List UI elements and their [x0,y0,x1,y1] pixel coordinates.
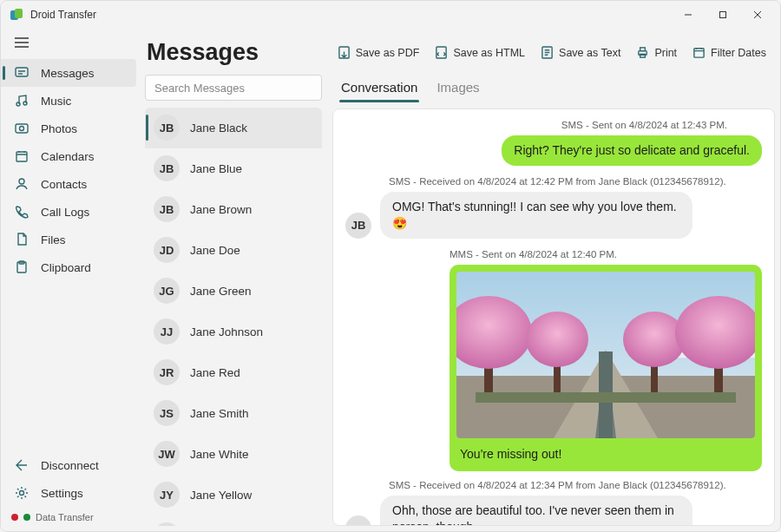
nav-label: Contacts [41,178,87,191]
nav-files[interactable]: Files [1,226,136,253]
message-meta: SMS - Received on 4/8/2024 at 12:34 PM f… [345,480,762,490]
svg-rect-9 [16,68,28,76]
contact-row[interactable]: JDJane Doe [145,230,322,271]
contacts-icon [15,177,29,191]
avatar: JB [345,213,371,239]
disconnect-icon [15,458,29,472]
svg-point-18 [20,491,24,496]
avatar: JR [154,359,180,385]
svg-rect-3 [720,12,726,18]
nav-label: Music [41,95,71,108]
save-pdf-button[interactable]: Save as PDF [338,46,420,59]
nav-label: Clipboard [41,261,91,274]
app-title: Droid Transfer [30,9,671,21]
contact-row[interactable]: JGJane Green [145,271,322,312]
nav-clipboard[interactable]: Clipboard [1,253,136,281]
avatar: JB [154,155,180,181]
contact-row[interactable]: JJJane Johnson [145,312,322,352]
nav-label: Files [41,233,66,246]
avatar: JB [154,196,180,222]
avatar: JY [154,482,180,508]
message-row: Right? They're just so delicate and grac… [345,135,762,166]
title-bar: Droid Transfer [1,1,780,29]
avatar: JD [154,237,180,263]
avatar: JS [154,400,180,426]
conversation-list-panel: JBJane BlackJBJane BlueJBJane BrownJDJan… [145,75,322,526]
tab-conversation[interactable]: Conversation [339,76,419,102]
nav-messages[interactable]: Messages [1,59,136,87]
search-input[interactable] [145,75,322,101]
nav-disconnect[interactable]: Disconnect [1,451,136,479]
calendar-icon [15,149,29,163]
contact-name: Jane Black [190,122,247,135]
avatar: JW [154,441,180,467]
contact-row[interactable]: JBJane Black [145,108,322,148]
contact-row[interactable]: JBJane Brown [145,189,322,230]
save-html-button[interactable]: Save as HTML [435,46,525,59]
print-button[interactable]: Print [636,46,677,59]
svg-rect-23 [640,48,646,51]
nav-items: Messages Music Photos Calendars Contacts… [1,59,136,448]
print-icon [636,46,649,59]
nav-music[interactable]: Music [1,87,136,115]
contact-name: Jane White [190,448,249,461]
hamburger-button[interactable] [1,29,136,59]
avatar: JJ [154,319,180,345]
contact-row[interactable]: JWJane White [145,434,322,475]
contact-row[interactable]: JSJane Smith [145,393,322,434]
contact-list[interactable]: JBJane BlackJBJane BlueJBJane BrownJDJan… [145,108,322,526]
nav-contacts[interactable]: Contacts [1,170,136,198]
tab-images[interactable]: Images [435,76,481,102]
toolbar: Save as PDF Save as HTML Save as Text Pr… [338,46,766,59]
message-row: JB Ohh, those are beautiful too. I've ne… [345,496,762,526]
message-bubble: Right? They're just so delicate and grac… [502,135,762,166]
status-dot-green [23,514,30,521]
svg-point-15 [19,179,24,184]
svg-rect-20 [436,47,446,58]
avatar: JB [154,115,180,141]
contact-name: Jane Smith [190,407,249,420]
sidebar: Messages Music Photos Calendars Contacts… [1,29,136,531]
contact-row[interactable]: JBJane Blue [145,148,322,189]
html-icon [435,46,448,59]
tabs: Conversation Images [332,75,775,103]
minimize-button[interactable] [671,2,706,28]
message-meta: SMS - Sent on 4/8/2024 at 12:43 PM. [345,120,762,130]
contact-name: Jane Johnson [190,325,263,338]
page-title: Messages [147,39,338,66]
svg-rect-12 [16,124,28,133]
save-text-button[interactable]: Save as Text [541,46,620,59]
svg-rect-42 [476,392,736,397]
svg-point-11 [23,102,27,105]
avatar: JB [154,522,180,526]
contact-row[interactable]: JYJane Yellow [145,475,322,516]
message-pane[interactable]: SMS - Sent on 4/8/2024 at 12:43 PM. Righ… [332,108,775,526]
contact-row[interactable]: JRJane Red [145,352,322,393]
contact-row[interactable]: JBJohn Black [145,516,322,526]
photos-icon [15,122,29,135]
message-bubble: OMG! That's stunning!! I can see why you… [380,192,692,239]
status-row: Data Transfer [1,507,136,528]
maximize-button[interactable] [706,2,740,28]
avatar: JB [345,516,371,526]
nav-calendars[interactable]: Calendars [1,142,136,170]
nav-calllogs[interactable]: Call Logs [1,198,136,226]
filter-dates-button[interactable]: Filter Dates [692,46,766,59]
messages-icon [15,66,29,80]
svg-point-36 [526,312,588,367]
nav-label: Settings [41,487,83,500]
nav-settings[interactable]: Settings [1,479,136,507]
file-icon [15,233,29,246]
mms-image [456,272,755,438]
nav-label: Messages [41,67,95,80]
svg-rect-1 [15,9,23,18]
avatar: JG [154,278,180,304]
clipboard-icon [15,260,29,274]
close-button[interactable] [740,2,775,28]
nav-photos[interactable]: Photos [1,115,136,142]
pdf-icon [338,46,351,59]
svg-rect-25 [694,49,704,57]
phone-icon [15,205,29,219]
contact-name: Jane Brown [190,203,252,216]
svg-rect-41 [476,397,736,403]
